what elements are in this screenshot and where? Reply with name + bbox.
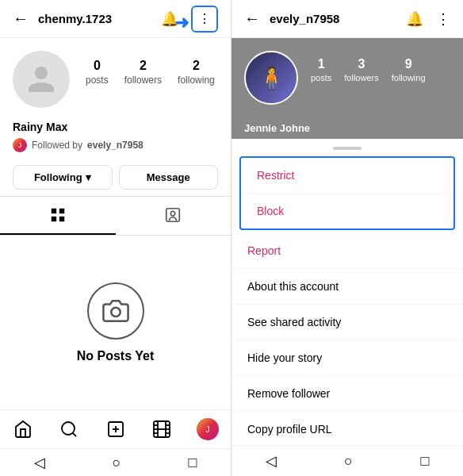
nav-home[interactable] (0, 420, 46, 439)
followed-by-text: Followed by (32, 140, 82, 151)
nav-profile[interactable]: J (185, 418, 231, 440)
action-buttons: Following ▾ Message (0, 159, 231, 196)
stat-following-number: 2 (193, 59, 200, 73)
profile-name: Rainy Max (13, 121, 218, 133)
stat-followers: 2 followers (124, 59, 162, 86)
system-bar-left: ◁ ○ □ (0, 448, 231, 476)
menu-list: Restrict Block Report About this account… (232, 153, 463, 445)
left-header: ← chenmy.1723 🔔 ⋮ ➜ (0, 0, 231, 38)
left-username: chenmy.1723 (38, 12, 161, 25)
stat-posts-number: 0 (94, 59, 101, 73)
avatar-inner: 🧍 (246, 52, 297, 103)
stat-posts-label: posts (86, 75, 109, 86)
right-stat-following-number: 9 (405, 57, 412, 71)
right-profile-name: Jennie Johne (232, 117, 463, 139)
svg-point-7 (62, 422, 75, 435)
svg-rect-0 (52, 209, 56, 213)
tab-tagged[interactable] (116, 197, 232, 235)
right-stat-posts-label: posts (311, 73, 331, 83)
right-stats-row: 1 posts 3 followers 9 following (311, 51, 450, 83)
right-stat-following: 9 following (392, 57, 426, 83)
sys-back-right[interactable]: ◁ (266, 452, 277, 470)
menu-item-restrict[interactable]: Restrict (241, 158, 453, 194)
stat-followers-number: 2 (140, 59, 147, 73)
stat-followers-label: followers (124, 75, 162, 86)
nav-reels[interactable] (139, 420, 185, 439)
menu-item-block[interactable]: Block (241, 194, 453, 228)
restrict-block-box: Restrict Block (239, 156, 455, 230)
right-panel: ← evely_n7958 🔔 ⋮ 🧍 1 posts 3 followers … (232, 0, 463, 476)
svg-rect-4 (166, 209, 180, 222)
bell-icon-left[interactable]: 🔔 (161, 10, 178, 28)
sys-home-right[interactable]: ○ (344, 453, 353, 470)
left-stats-row: 0 posts 2 followers 2 following (86, 51, 218, 86)
more-icon-box-left[interactable]: ⋮ (191, 6, 218, 33)
svg-line-8 (73, 433, 76, 436)
bell-icon-right[interactable]: 🔔 (406, 10, 423, 28)
follower-avatar: J (13, 138, 27, 152)
nav-avatar: J (197, 418, 219, 440)
menu-item-about[interactable]: About this account (232, 269, 463, 305)
svg-point-6 (111, 307, 120, 316)
message-button[interactable]: Message (119, 165, 219, 190)
sys-home-left[interactable]: ○ (113, 455, 121, 471)
stat-posts: 0 posts (86, 59, 109, 86)
no-posts-area: No Posts Yet (0, 236, 231, 409)
nav-search[interactable] (46, 420, 92, 439)
svg-rect-3 (59, 217, 64, 221)
menu-item-shared-activity[interactable]: See shared activity (232, 305, 463, 340)
menu-item-hide-story[interactable]: Hide your story (232, 340, 463, 376)
right-avatar: 🧍 (244, 51, 298, 105)
grid-icon (49, 206, 67, 224)
menu-item-copy-url[interactable]: Copy profile URL (232, 412, 463, 445)
camera-circle (87, 282, 144, 340)
back-icon-left[interactable]: ← (13, 10, 29, 28)
tab-bar-left (0, 196, 231, 236)
nav-add[interactable] (92, 420, 138, 439)
no-posts-label: No Posts Yet (77, 349, 155, 363)
svg-rect-2 (52, 217, 56, 221)
right-stat-posts: 1 posts (311, 57, 331, 83)
right-profile-section: 🧍 1 posts 3 followers 9 following (232, 38, 463, 117)
camera-icon (102, 298, 129, 324)
sys-recents-left[interactable]: □ (189, 455, 197, 471)
left-profile-section: 0 posts 2 followers 2 following (0, 38, 231, 121)
right-stat-posts-number: 1 (318, 57, 325, 71)
right-stat-following-label: following (392, 73, 426, 83)
sheet-handle (333, 147, 362, 150)
add-icon (106, 420, 125, 439)
svg-rect-1 (59, 209, 64, 213)
sys-back-left[interactable]: ◁ (34, 454, 45, 471)
stat-following-label: following (178, 75, 215, 86)
back-icon-right[interactable]: ← (244, 10, 260, 28)
followed-by-row: J Followed by evely_n7958 (13, 138, 218, 152)
menu-item-report[interactable]: Report (232, 233, 463, 269)
more-icon-left: ⋮ (198, 11, 211, 26)
followed-by-user: evely_n7958 (87, 140, 143, 151)
svg-point-5 (171, 211, 176, 216)
right-username: evely_n7958 (270, 12, 406, 25)
more-icon-right[interactable]: ⋮ (436, 10, 450, 28)
home-icon (13, 420, 33, 439)
tab-grid[interactable] (0, 197, 116, 235)
right-stat-followers-number: 3 (358, 57, 365, 71)
sys-recents-right[interactable]: □ (420, 453, 429, 470)
stat-following: 2 following (178, 59, 215, 86)
search-icon (59, 420, 78, 439)
right-header: ← evely_n7958 🔔 ⋮ (232, 0, 463, 38)
right-stat-followers: 3 followers (344, 57, 378, 83)
bottom-nav-left: J (0, 409, 231, 448)
right-stat-followers-label: followers (344, 73, 378, 83)
right-header-icons: 🔔 ⋮ (406, 10, 450, 28)
profile-name-section: Rainy Max J Followed by evely_n7958 (0, 121, 231, 159)
menu-item-remove-follower[interactable]: Remove follower (232, 376, 463, 412)
avatar (13, 51, 70, 108)
reels-icon (152, 420, 171, 439)
system-bar-right: ◁ ○ □ (232, 445, 463, 476)
left-header-icons: 🔔 ⋮ (161, 6, 218, 33)
avatar-icon (25, 63, 57, 95)
tag-icon (164, 206, 182, 224)
following-button[interactable]: Following ▾ (13, 165, 113, 190)
left-panel: ← chenmy.1723 🔔 ⋮ ➜ 0 posts 2 followers (0, 0, 232, 476)
